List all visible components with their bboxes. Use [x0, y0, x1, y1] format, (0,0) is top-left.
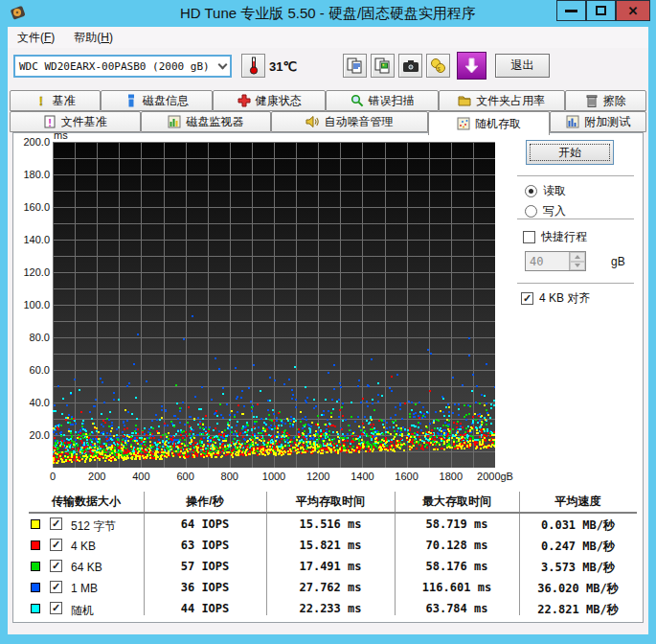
donate-button[interactable]: $	[426, 54, 450, 78]
tab-random-access[interactable]: 随机存取	[428, 111, 551, 135]
magnifier-icon	[351, 94, 364, 107]
y-tick-label: 200.0	[21, 136, 50, 148]
y-tick-label: 60.0	[21, 364, 50, 376]
spinner-up-button[interactable]	[570, 252, 585, 262]
coins-icon: $	[430, 58, 446, 74]
avg-access-value: 17.491 ms	[266, 560, 395, 573]
table-row-64kb: ✓ 64 KB 57 IOPS 17.491 ms 58.176 ms 3.57…	[29, 557, 637, 578]
menu-file[interactable]: 文件(F)	[8, 27, 64, 49]
exit-button[interactable]: 退出	[495, 54, 550, 78]
table-row-4kb: ✓ 4 KB 63 IOPS 15.821 ms 70.128 ms 0.247…	[29, 536, 637, 557]
max-access-value: 70.128 ms	[395, 539, 519, 552]
table-row-random: ✓ 随机 44 IOPS 22.233 ms 63.784 ms 22.821 …	[29, 599, 637, 620]
tab-extra-tests[interactable]: 附加测试	[550, 111, 646, 132]
x-tick-label: 1200	[306, 471, 329, 482]
series-checkbox[interactable]: ✓	[50, 539, 62, 551]
tab-benchmark[interactable]: ! 基准	[10, 90, 101, 111]
random-access-icon	[457, 117, 470, 130]
align-4kb-checkbox[interactable]: ✓ 4 KB 对齐	[521, 290, 590, 307]
max-access-value: 116.601 ms	[395, 581, 519, 594]
y-tick-label: 40.0	[21, 397, 50, 408]
title-bar[interactable]: HD Tune 专业版 5.50 - 硬盘/固态硬盘实用程序 ✕	[0, 0, 656, 27]
separator	[517, 218, 634, 219]
trash-icon	[585, 94, 599, 107]
copy-image-button[interactable]	[371, 54, 395, 78]
series-checkbox[interactable]: ✓	[50, 560, 62, 572]
tab-disk-monitor[interactable]: 磁盘监视器	[141, 111, 272, 132]
max-access-value: 63.784 ms	[395, 602, 519, 615]
radio-unselected-icon	[525, 205, 537, 218]
col-header-transfer-size: 传输数据大小	[29, 494, 144, 510]
tab-health[interactable]: 健康状态	[213, 90, 326, 111]
avg-speed-value: 3.573 MB/秒	[519, 560, 637, 576]
y-tick-label: 100.0	[21, 299, 50, 310]
col-header-avg-speed: 平均速度	[519, 494, 637, 510]
avg-speed-value: 22.821 MB/秒	[519, 602, 637, 618]
iops-value: 57 IOPS	[144, 560, 266, 573]
x-tick-label: 1000	[262, 471, 285, 482]
temperature-value: 31℃	[269, 59, 297, 74]
minimize-button[interactable]	[556, 0, 586, 21]
short-stroke-size-spinner[interactable]: 40	[525, 251, 586, 271]
thermometer-icon	[249, 57, 259, 75]
x-tick-label: 2000gB	[477, 471, 513, 482]
y-axis-unit: ms	[54, 129, 68, 141]
tab-row-2: ! 文件基准 磁盘监视器 自动噪音管理 随机存取 附加测试	[10, 111, 646, 132]
write-radio[interactable]: 写入	[525, 203, 566, 219]
toolbar: WDC WD20EARX-00PASB0 (2000 gB) 31℃	[8, 48, 648, 89]
max-access-value: 58.719 ms	[395, 518, 519, 531]
copy-image-icon	[374, 58, 391, 75]
series-color-swatch	[31, 583, 40, 592]
tab-file-benchmark[interactable]: ! 文件基准	[10, 111, 141, 132]
maximize-icon	[596, 6, 606, 15]
copy-text-button[interactable]	[343, 54, 367, 78]
folder-icon	[458, 94, 471, 107]
close-icon: ✕	[628, 4, 639, 18]
tab-row-1: ! 基准 磁盘信息 健康状态 错误扫描 文件夹占用率 擦除	[10, 90, 646, 111]
series-checkbox[interactable]: ✓	[50, 581, 62, 593]
start-button[interactable]: 开始	[526, 140, 614, 165]
screenshot-button[interactable]	[398, 54, 422, 78]
drive-select[interactable]: WDC WD20EARX-00PASB0 (2000 gB)	[13, 55, 232, 78]
benchmark-icon: !	[34, 94, 48, 107]
tab-disk-info[interactable]: 磁盘信息	[101, 90, 214, 111]
file-benchmark-icon: !	[43, 115, 57, 128]
menu-help[interactable]: 帮助(H)	[64, 27, 123, 49]
x-tick-label: 1400	[351, 471, 373, 482]
short-stroke-checkbox[interactable]: 快捷行程	[523, 229, 587, 245]
info-icon	[124, 94, 138, 107]
col-header-avg-access: 平均存取时间	[266, 494, 395, 510]
avg-speed-value: 0.031 MB/秒	[519, 518, 637, 534]
close-button[interactable]: ✕	[616, 0, 650, 21]
disk-monitor-icon	[168, 115, 181, 128]
tab-error-scan[interactable]: 错误扫描	[326, 90, 439, 111]
checkbox-checked-icon: ✓	[521, 292, 533, 305]
separator	[517, 175, 634, 176]
y-tick-label: 80.0	[21, 332, 50, 343]
tab-aam[interactable]: 自动噪音管理	[271, 111, 428, 132]
y-tick-label: 160.0	[21, 201, 50, 213]
avg-access-value: 22.233 ms	[266, 602, 395, 615]
read-radio[interactable]: 读取	[525, 183, 566, 199]
iops-value: 44 IOPS	[144, 602, 266, 615]
temperature-button[interactable]	[241, 54, 265, 78]
svg-text:!: !	[48, 117, 52, 128]
series-checkbox[interactable]: ✓	[50, 602, 62, 614]
avg-speed-value: 36.020 MB/秒	[519, 581, 637, 597]
col-header-max-access: 最大存取时间	[395, 494, 519, 510]
update-button[interactable]	[457, 52, 486, 80]
maximize-button[interactable]	[586, 0, 616, 21]
avg-access-value: 15.516 ms	[266, 518, 395, 531]
x-tick-label: 400	[132, 471, 149, 482]
tab-folder-usage[interactable]: 文件夹占用率	[439, 90, 565, 111]
svg-text:!: !	[39, 94, 43, 107]
spinner-down-button[interactable]	[570, 262, 585, 271]
series-checkbox[interactable]: ✓	[50, 518, 62, 530]
health-cross-icon	[238, 94, 251, 107]
tab-erase[interactable]: 擦除	[565, 90, 646, 111]
y-tick-label: 180.0	[21, 169, 50, 180]
series-color-swatch	[31, 562, 40, 571]
arrow-down-icon	[464, 58, 479, 74]
table-row-512b: ✓ 512 字节 64 IOPS 15.516 ms 58.719 ms 0.0…	[29, 515, 637, 536]
separator	[517, 283, 634, 284]
